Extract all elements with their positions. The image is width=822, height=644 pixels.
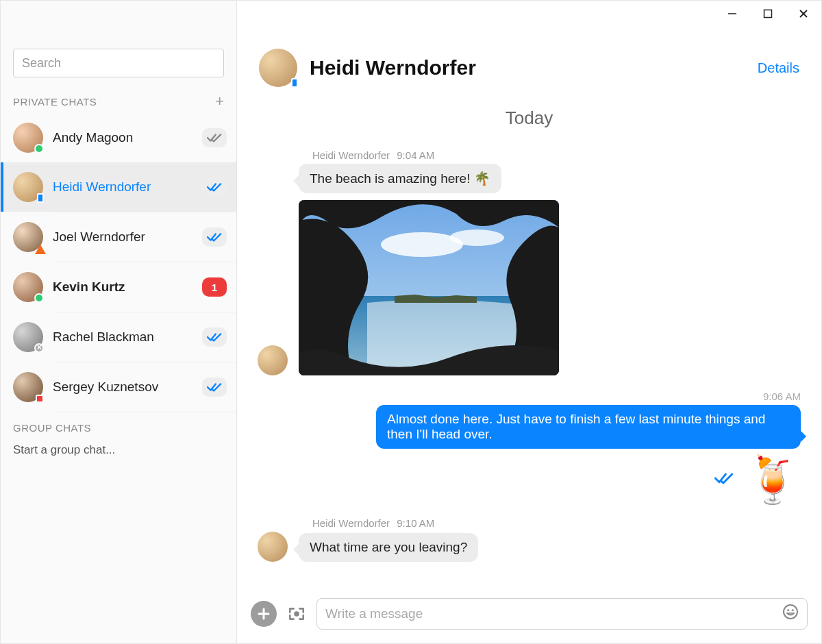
- message-incoming: Heidi Werndorfer 9:04 AM The beach is am…: [258, 149, 801, 375]
- double-check-icon: [207, 382, 222, 393]
- message-bubble[interactable]: What time are you leaving?: [299, 533, 478, 562]
- read-badge: [202, 177, 227, 197]
- private-chats-label: PRIVATE CHATS: [13, 96, 97, 108]
- chat-name: Heidi Werndorfer: [53, 179, 202, 195]
- maximize-button[interactable]: [750, 1, 786, 27]
- header-avatar[interactable]: [259, 49, 297, 87]
- plus-icon: [258, 608, 270, 620]
- chat-list: Andy Magoon Heidi Werndorfer: [1, 113, 236, 412]
- chat-item-kevin[interactable]: Kevin Kurtz 1: [1, 262, 236, 312]
- avatar: [13, 372, 43, 402]
- camera-icon: [288, 605, 306, 623]
- presence-mobile-icon: [291, 78, 298, 88]
- details-link[interactable]: Details: [758, 60, 799, 76]
- chat-name: Andy Magoon: [53, 130, 202, 145]
- chat-name: Kevin Kurtz: [53, 280, 202, 295]
- chat-item-andy[interactable]: Andy Magoon: [1, 113, 236, 162]
- presence-offline-icon: [34, 343, 44, 353]
- message-sender: Heidi Werndorfer: [312, 149, 390, 161]
- message-time: 9:04 AM: [397, 149, 434, 161]
- chat-item-rachel[interactable]: Rachel Blackman: [1, 312, 236, 362]
- svg-point-10: [294, 611, 299, 617]
- avatar: [13, 172, 43, 202]
- private-chats-header: PRIVATE CHATS +: [1, 84, 236, 113]
- message-time: 9:10 AM: [397, 517, 434, 529]
- sidebar: PRIVATE CHATS + Andy Magoon Heidi Werndo…: [1, 1, 237, 643]
- minimize-button[interactable]: [714, 1, 750, 27]
- attachment-image[interactable]: [299, 200, 559, 375]
- avatar: [13, 322, 43, 352]
- presence-mobile-icon: [37, 193, 44, 203]
- svg-point-11: [784, 605, 797, 619]
- reaction-emoji[interactable]: 🍹: [745, 457, 801, 502]
- message-bubble[interactable]: Almost done here. Just have to finish a …: [376, 405, 801, 449]
- message-outgoing: 9:06 AM Almost done here. Just have to f…: [258, 391, 801, 502]
- smiley-icon: [782, 604, 799, 620]
- chat-item-joel[interactable]: Joel Werndorfer: [1, 212, 236, 262]
- compose-field-wrap[interactable]: [316, 598, 808, 630]
- composer: [237, 589, 821, 643]
- message-bubble[interactable]: The beach is amazing here! 🌴: [299, 164, 501, 193]
- svg-rect-1: [764, 10, 772, 18]
- read-badge: [202, 128, 227, 147]
- add-chat-icon[interactable]: +: [215, 94, 224, 109]
- read-badge: [202, 327, 227, 347]
- chat-item-sergey[interactable]: Sergey Kuznetsov: [1, 362, 236, 412]
- double-check-icon: [207, 232, 222, 243]
- double-check-icon: [207, 332, 222, 343]
- presence-online-icon: [34, 144, 44, 153]
- unread-badge: 1: [202, 277, 227, 297]
- maximize-icon: [763, 9, 773, 18]
- group-chats-label: GROUP CHATS: [13, 422, 91, 434]
- message-sender: Heidi Werndorfer: [312, 517, 390, 529]
- avatar: [13, 222, 43, 252]
- message-time: 9:06 AM: [763, 391, 801, 402]
- group-chats-header: GROUP CHATS: [1, 412, 236, 438]
- chat-name: Rachel Blackman: [53, 330, 202, 345]
- minimize-icon: [727, 9, 737, 18]
- close-button[interactable]: [786, 1, 821, 27]
- chat-item-heidi[interactable]: Heidi Werndorfer: [1, 162, 236, 212]
- read-badge: [202, 377, 227, 397]
- message-avatar[interactable]: [258, 345, 288, 375]
- conversation-title: Heidi Werndorfer: [310, 56, 758, 79]
- app-window: PRIVATE CHATS + Andy Magoon Heidi Werndo…: [0, 0, 822, 644]
- presence-away-icon: [35, 245, 46, 254]
- window-controls: [714, 1, 821, 27]
- camera-button[interactable]: [284, 601, 310, 627]
- message-avatar[interactable]: [258, 532, 288, 562]
- add-attachment-button[interactable]: [251, 601, 277, 627]
- double-check-icon: [207, 132, 222, 143]
- close-icon: [799, 9, 808, 18]
- search-input[interactable]: [13, 49, 224, 77]
- avatar: [13, 123, 43, 153]
- svg-point-6: [449, 230, 504, 246]
- presence-online-icon: [34, 293, 44, 303]
- message-input[interactable]: [325, 606, 782, 621]
- double-check-icon: [207, 182, 222, 193]
- read-badge: [202, 227, 227, 247]
- presence-dnd-icon: [36, 395, 44, 403]
- avatar: [13, 272, 43, 302]
- start-group-chat-button[interactable]: Start a group chat...: [1, 438, 236, 462]
- emoji-picker-button[interactable]: [782, 604, 799, 624]
- message-incoming: Heidi Werndorfer 9:10 AM What time are y…: [258, 517, 801, 562]
- chat-name: Sergey Kuznetsov: [53, 380, 202, 395]
- messages-scroll[interactable]: Today Heidi Werndorfer 9:04 AM The beach…: [237, 101, 821, 589]
- chat-name: Joel Werndorfer: [53, 230, 202, 245]
- conversation-pane: Heidi Werndorfer Details Today Heidi Wer…: [237, 1, 821, 643]
- day-separator: Today: [258, 108, 801, 129]
- read-receipt-icon: [714, 471, 734, 488]
